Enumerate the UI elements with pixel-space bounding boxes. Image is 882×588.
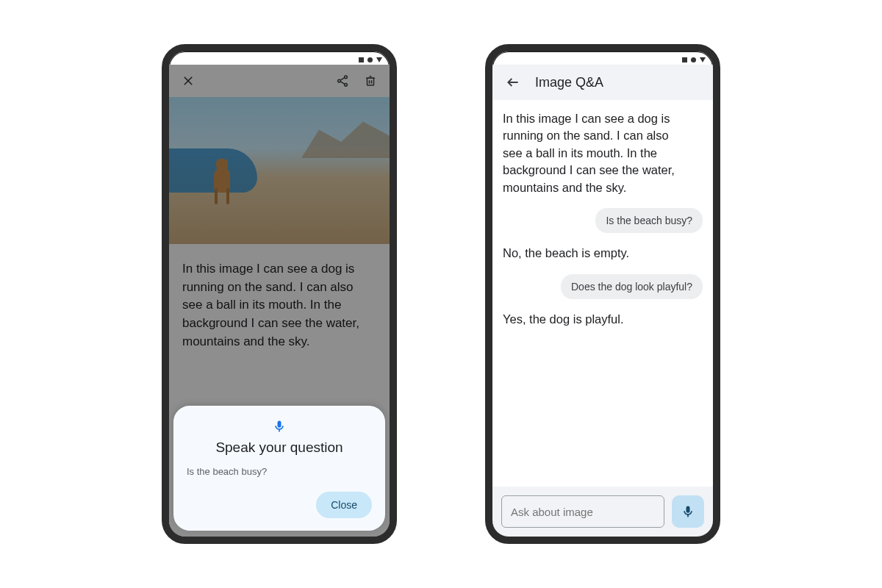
voice-input-sheet: Speak your question Is the beach busy? C… [173,406,385,531]
sheet-title: Speak your question [215,440,343,456]
svg-rect-15 [686,506,690,513]
user-message: Is the beach busy? [595,208,703,233]
input-bar [492,487,713,537]
voice-transcript: Is the beach busy? [187,466,267,477]
status-icon [368,57,373,62]
status-icon [691,57,696,62]
qa-header: Image Q&A [492,65,713,100]
status-icon [700,57,706,62]
status-icon [376,57,382,62]
back-icon[interactable] [501,71,525,94]
phone-right: Image Q&A In this image I can see a dog … [485,44,720,544]
ai-message: In this image I can see a dog is running… [503,110,686,196]
ai-message: Yes, the dog is playful. [503,311,686,328]
microphone-icon[interactable] [272,419,287,434]
image-viewer: In this image I can see a dog is running… [169,65,390,537]
question-input[interactable] [501,495,664,528]
svg-rect-12 [278,421,282,428]
status-bar [169,51,390,65]
status-bar [492,51,713,65]
microphone-button[interactable] [672,495,704,528]
ai-message: No, the beach is empty. [503,245,686,262]
status-icon [682,57,687,62]
phone-left: In this image I can see a dog is running… [162,44,397,544]
page-title: Image Q&A [535,75,603,90]
user-message: Does the dog look playful? [561,274,703,299]
chat-body[interactable]: In this image I can see a dog is running… [492,100,713,487]
status-icon [359,57,364,62]
close-button[interactable]: Close [316,492,372,518]
